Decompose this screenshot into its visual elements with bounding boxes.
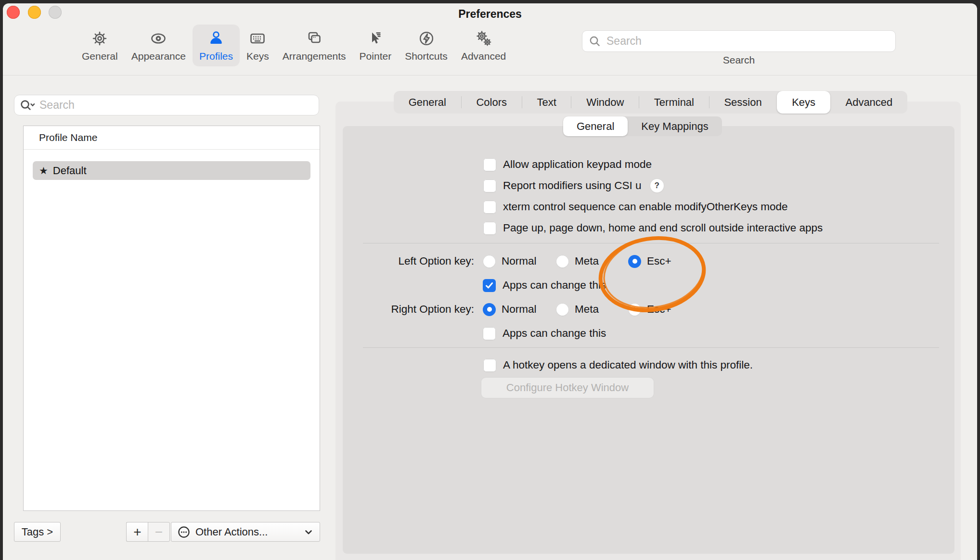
checkbox[interactable] — [483, 279, 496, 292]
toolbar-item-arrangements[interactable]: Arrangements — [276, 25, 353, 66]
profile-tab-bar: General Colors Text Window Terminal Sess… — [394, 91, 907, 114]
toolbar-label: Appearance — [131, 51, 186, 62]
help-button[interactable]: ? — [650, 179, 664, 192]
radio-button[interactable] — [483, 255, 496, 268]
radio-left-esc[interactable]: Esc+ — [628, 254, 671, 268]
tab-colors[interactable]: Colors — [462, 91, 522, 114]
radio-right-esc[interactable]: Esc+ — [628, 302, 671, 317]
radio-button[interactable] — [483, 303, 496, 316]
profile-search-input[interactable] — [39, 99, 314, 112]
toolbar-label: Advanced — [461, 51, 506, 62]
checkbox-label: Page up, page down, home and end scroll … — [503, 222, 823, 234]
tab-session[interactable]: Session — [709, 91, 777, 114]
checkbox-row-right-apps[interactable]: Apps can change this — [483, 326, 606, 341]
subtab-general[interactable]: General — [563, 116, 628, 136]
radio-left-normal[interactable]: Normal — [483, 254, 537, 268]
radio-label: Esc+ — [647, 303, 671, 316]
star-icon: ★ — [39, 165, 48, 177]
tab-window[interactable]: Window — [571, 91, 639, 114]
checkbox-label: Apps can change this — [503, 327, 606, 340]
tab-terminal[interactable]: Terminal — [639, 91, 709, 114]
section-divider — [363, 347, 939, 348]
toolbar-label: Shortcuts — [405, 51, 448, 62]
radio-right-normal[interactable]: Normal — [483, 302, 537, 317]
gear-icon — [89, 28, 110, 49]
radio-label: Meta — [575, 255, 599, 267]
radio-button[interactable] — [556, 255, 569, 268]
checkbox-row-keypad[interactable]: Allow application keypad mode — [483, 157, 652, 172]
windows-icon — [304, 28, 325, 49]
toolbar-label: General — [82, 51, 118, 62]
radio-left-meta[interactable]: Meta — [556, 254, 599, 268]
toolbar-item-general[interactable]: General — [75, 25, 125, 66]
checkbox-row-pageup[interactable]: Page up, page down, home and end scroll … — [483, 221, 823, 235]
toolbar-item-shortcuts[interactable]: Shortcuts — [398, 25, 454, 66]
checkbox[interactable] — [483, 179, 496, 192]
checkbox-label: xterm control sequence can enable modify… — [503, 201, 788, 213]
checkbox[interactable] — [483, 158, 496, 171]
toolbar-label: Profiles — [199, 51, 233, 62]
checkbox[interactable] — [483, 327, 496, 340]
toolbar-item-appearance[interactable]: Appearance — [125, 25, 193, 66]
toolbar-search-caption: Search — [582, 54, 896, 66]
window-title: Preferences — [3, 8, 977, 21]
add-profile-button[interactable]: + — [126, 522, 148, 542]
tab-advanced[interactable]: Advanced — [831, 91, 907, 114]
toolbar-label: Arrangements — [283, 51, 346, 62]
radio-label: Meta — [575, 303, 599, 316]
tags-button[interactable]: Tags > — [14, 522, 61, 542]
toolbar-item-profiles[interactable]: Profiles — [193, 25, 240, 66]
profile-list: Profile Name ★ Default — [23, 126, 320, 511]
checkbox-row-csiu[interactable]: Report modifiers using CSI u ? — [483, 178, 664, 193]
ellipsis-circle-icon — [177, 525, 191, 539]
radio-button[interactable] — [628, 255, 641, 268]
chevron-down-icon — [303, 527, 314, 537]
checkbox-row-left-apps[interactable]: Apps can change this — [483, 278, 606, 293]
gears-icon — [473, 28, 494, 49]
checkbox-row-xterm[interactable]: xterm control sequence can enable modify… — [483, 200, 788, 214]
toolbar-divider — [3, 75, 977, 76]
checkbox[interactable] — [483, 359, 496, 372]
other-actions-dropdown[interactable]: Other Actions... — [171, 522, 320, 542]
toolbar-item-advanced[interactable]: Advanced — [454, 25, 513, 66]
titlebar: Preferences — [3, 3, 977, 26]
radio-label: Normal — [502, 255, 537, 267]
radio-label: Esc+ — [647, 255, 671, 267]
checkbox-row-hotkey[interactable]: A hotkey opens a dedicated window with t… — [483, 358, 753, 372]
toolbar-item-keys[interactable]: Keys — [240, 25, 276, 66]
configure-hotkey-window-button: Configure Hotkey Window — [481, 378, 654, 398]
tab-text[interactable]: Text — [522, 91, 571, 114]
eye-icon — [148, 28, 169, 49]
subtab-key-mappings[interactable]: Key Mappings — [628, 116, 722, 136]
toolbar-search-field[interactable] — [582, 30, 896, 52]
toolbar-label: Keys — [246, 51, 269, 62]
left-option-key-label: Left Option key: — [292, 254, 474, 268]
keys-subtab-bar: General Key Mappings — [563, 116, 722, 136]
tab-general[interactable]: General — [394, 91, 461, 114]
checkbox[interactable] — [483, 201, 496, 214]
radio-label: Normal — [502, 303, 537, 316]
other-actions-label: Other Actions... — [195, 526, 268, 538]
search-input[interactable] — [606, 35, 890, 48]
profile-list-header: Profile Name — [24, 126, 320, 150]
profile-search-field[interactable] — [14, 95, 319, 115]
right-option-key-label: Right Option key: — [292, 302, 474, 317]
search-scope-icon — [19, 98, 36, 113]
toolbar-item-pointer[interactable]: Pointer — [353, 25, 399, 66]
search-icon — [588, 35, 602, 48]
radio-right-meta[interactable]: Meta — [556, 302, 599, 317]
checkbox-label: A hotkey opens a dedicated window with t… — [503, 359, 753, 371]
preferences-window: Preferences General Appearance — [3, 3, 977, 560]
checkbox-label: Report modifiers using CSI u — [503, 179, 642, 192]
checkbox[interactable] — [483, 222, 496, 235]
cursor-icon — [365, 28, 386, 49]
remove-profile-button: − — [148, 522, 170, 542]
profile-row-default[interactable]: ★ Default — [33, 161, 310, 180]
keyboard-icon — [247, 28, 268, 49]
checkbox-label: Allow application keypad mode — [503, 158, 652, 171]
radio-button[interactable] — [628, 303, 641, 316]
tab-keys[interactable]: Keys — [777, 91, 830, 114]
section-divider — [363, 243, 939, 243]
radio-button[interactable] — [556, 303, 569, 316]
checkbox-label: Apps can change this — [503, 279, 606, 292]
